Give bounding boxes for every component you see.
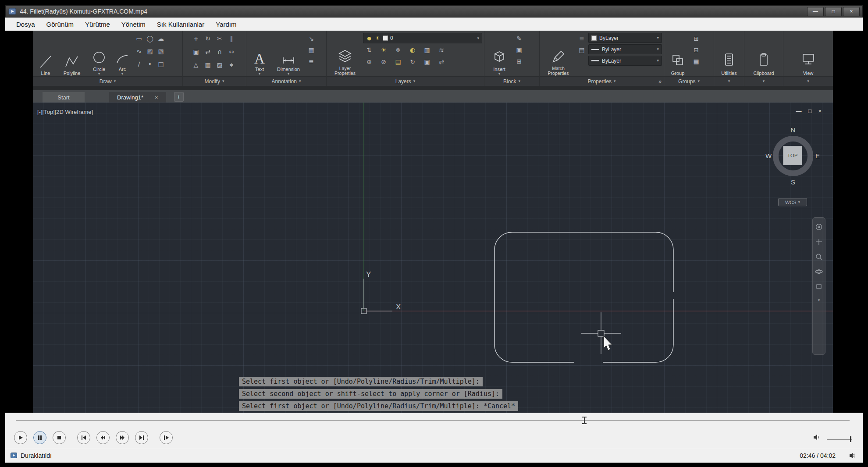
dimension-button[interactable]: Dimension ▾ <box>272 32 305 76</box>
skip-forward-button[interactable] <box>135 431 148 444</box>
compass-south[interactable]: S <box>789 178 797 186</box>
new-drawing-tab-button[interactable]: + <box>174 92 184 102</box>
skip-back-button[interactable] <box>77 431 90 444</box>
groups-panel-expander[interactable]: Groups ▾ <box>664 76 714 86</box>
layer-walk-icon[interactable]: ≋ <box>436 45 447 55</box>
region-icon[interactable]: □ <box>156 59 166 69</box>
orbit-icon[interactable] <box>815 268 823 276</box>
text-button[interactable]: A Text ▾ <box>248 32 271 76</box>
frame-step-button[interactable] <box>160 431 173 444</box>
fast-forward-button[interactable] <box>116 431 129 444</box>
navigation-bar[interactable]: ▾ <box>812 217 825 355</box>
utilities-button[interactable]: Utilities <box>720 32 738 76</box>
viewcube-top-face[interactable]: TOP <box>783 146 802 165</box>
clipboard-button[interactable]: Clipboard <box>752 32 775 76</box>
group-button[interactable]: Group <box>666 32 690 76</box>
layer-make-current-icon[interactable]: ⊕ <box>364 57 374 67</box>
group-manager-icon[interactable]: ▦ <box>691 56 701 67</box>
scale-icon[interactable]: △ <box>191 60 201 70</box>
utilities-panel-expander[interactable]: ▾ <box>714 76 744 86</box>
trim-icon[interactable]: ✂ <box>214 33 225 44</box>
layer-dropdown[interactable]: ● ☀ 0 ▾ <box>363 33 482 43</box>
layer-isolate-icon[interactable]: ☀ <box>378 45 389 55</box>
layer-state-icon[interactable]: ⇅ <box>364 45 374 55</box>
revcloud-icon[interactable]: ☁ <box>156 33 166 44</box>
block-panel-expander[interactable]: Block ▾ <box>484 76 539 86</box>
pan-icon[interactable] <box>815 238 823 246</box>
layer-freeze-icon[interactable]: ❄ <box>393 45 403 55</box>
menu-yardim[interactable]: Yardım <box>210 18 242 30</box>
properties-palette-icon[interactable]: ▤ <box>576 45 587 55</box>
construction-line-icon[interactable]: ∕ <box>134 59 144 69</box>
layer-lock-icon[interactable]: ▥ <box>422 45 432 55</box>
compass-north[interactable]: N <box>789 126 797 134</box>
clipboard-panel-expander[interactable]: ▾ <box>744 76 783 86</box>
ribbon-overflow-icon[interactable]: » <box>658 78 662 85</box>
layer-match-icon[interactable]: ▤ <box>393 57 403 67</box>
viewport-close-icon[interactable]: × <box>818 108 822 114</box>
lineweight-dropdown[interactable]: ByLayer ▾ <box>588 56 662 66</box>
steering-wheel-icon[interactable] <box>815 223 823 231</box>
linetype-dropdown[interactable]: ByLayer ▾ <box>588 44 662 54</box>
erase-icon[interactable]: ▨ <box>214 60 225 70</box>
view-compass[interactable]: N W E S TOP <box>764 127 822 185</box>
circle-button[interactable]: Circle ▾ <box>87 32 111 76</box>
zoom-icon[interactable] <box>815 253 823 261</box>
layer-off-icon[interactable]: ◐ <box>407 45 418 55</box>
menu-gorunum[interactable]: Görünüm <box>41 18 80 30</box>
pause-button[interactable] <box>33 431 46 444</box>
properties-panel-expander[interactable]: Properties ▾ » <box>540 76 664 86</box>
filleted-rectangle[interactable] <box>494 232 673 362</box>
draw-panel-expander[interactable]: Draw ▾ <box>33 76 182 86</box>
arc-button[interactable]: Arc ▾ <box>112 32 132 76</box>
volume-icon[interactable] <box>813 434 821 441</box>
fillet-icon[interactable]: ∩ <box>214 46 225 57</box>
block-attributes-icon[interactable]: ⊞ <box>514 56 524 67</box>
spline-icon[interactable]: ∿ <box>134 46 144 57</box>
line-button[interactable]: Line <box>35 32 57 76</box>
mtext-icon[interactable]: ≡ <box>306 56 317 67</box>
point-icon[interactable]: • <box>145 59 155 69</box>
viewport-label[interactable]: [-][Top][2D Wireframe] <box>37 109 93 115</box>
rotate-icon[interactable]: ↻ <box>203 33 213 44</box>
explode-icon[interactable]: ∗ <box>226 60 237 70</box>
rewind-button[interactable] <box>96 431 110 444</box>
layer-properties-button[interactable]: Layer Properties <box>328 32 362 76</box>
layer-unisolate-icon[interactable]: ⊘ <box>378 57 389 67</box>
mirror-icon[interactable]: ⇄ <box>203 46 213 57</box>
stop-button[interactable] <box>53 431 66 444</box>
insert-button[interactable]: Insert ▾ <box>486 32 512 76</box>
menu-yonetim[interactable]: Yönetim <box>116 18 151 30</box>
showmotion-icon[interactable] <box>815 283 823 290</box>
layer-merge-icon[interactable]: ▣ <box>422 57 432 67</box>
video-display[interactable]: Line Polyline Circle ▾ Arc ▾ ▭ <box>5 31 863 413</box>
chevron-down-icon[interactable]: ▾ <box>818 298 820 302</box>
copy-icon[interactable]: ▣ <box>191 46 201 57</box>
match-properties-button[interactable]: Match Properties <box>541 32 575 76</box>
volume-thumb[interactable] <box>850 436 851 442</box>
layer-translate-icon[interactable]: ⇄ <box>436 57 447 67</box>
polyline-button[interactable]: Polyline <box>58 32 86 76</box>
ungroup-icon[interactable]: ⊞ <box>691 33 701 44</box>
view-panel-expander[interactable]: ▾ <box>783 76 833 86</box>
volume-slider[interactable] <box>827 439 852 440</box>
group-edit-icon[interactable]: ⊟ <box>691 45 701 55</box>
tab-start[interactable]: Start <box>43 92 85 103</box>
modify-panel-expander[interactable]: Modify ▾ <box>183 76 246 86</box>
array-icon[interactable]: ▦ <box>203 60 213 70</box>
wcs-selector[interactable]: WCS ▾ <box>778 198 807 206</box>
annotation-panel-expander[interactable]: Annotation ▾ <box>246 76 326 86</box>
minimize-button[interactable]: — <box>807 7 824 16</box>
maximize-button[interactable]: □ <box>825 7 842 16</box>
compass-west[interactable]: W <box>764 152 773 159</box>
view-button[interactable]: View <box>800 32 817 76</box>
move-icon[interactable]: + <box>191 33 201 44</box>
properties-list-icon[interactable]: ≡ <box>576 33 587 44</box>
table-icon[interactable]: ▦ <box>306 45 317 55</box>
menu-dosya[interactable]: Dosya <box>11 18 41 30</box>
seek-thumb[interactable] <box>582 417 587 424</box>
block-edit-icon[interactable]: ✎ <box>514 33 524 44</box>
rectangle-icon[interactable]: ▭ <box>134 33 144 44</box>
menu-yurutme[interactable]: Yürütme <box>79 18 116 30</box>
drawing-canvas[interactable]: Y X [-][Top][2D Wireframe] — □ × N W E <box>33 103 833 413</box>
